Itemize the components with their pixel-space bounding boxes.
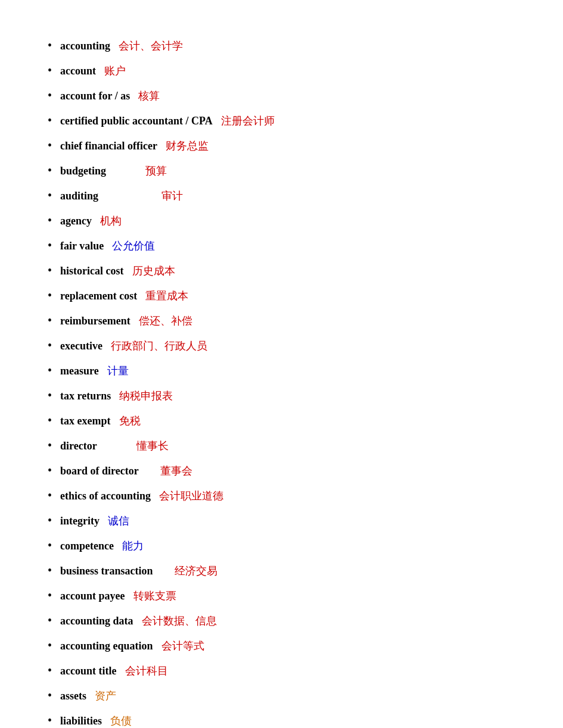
translation-label: 会计职业道德 <box>159 488 223 505</box>
term-label: measure <box>60 363 99 380</box>
term-label: business transaction <box>60 563 153 580</box>
list-item: fair value公允价值 <box>48 236 515 255</box>
list-item: historical cost历史成本 <box>48 261 515 280</box>
translation-label: 能力 <box>122 538 144 555</box>
list-item: account for / as核算 <box>48 86 515 105</box>
list-item: director懂事长 <box>48 436 515 455</box>
translation-label: 会计数据、信息 <box>142 613 217 630</box>
term-label: director <box>60 438 97 455</box>
translation-label: 审计 <box>161 188 183 205</box>
vocabulary-list: accounting会计、会计学account账户account for / a… <box>48 36 515 728</box>
list-item: agency机构 <box>48 211 515 230</box>
translation-label: 负债 <box>110 713 132 728</box>
term-label: integrity <box>60 513 99 530</box>
term-label: tax returns <box>60 388 111 405</box>
translation-label: 公允价值 <box>112 238 155 255</box>
list-item: chief financial officer财务总监 <box>48 136 515 155</box>
term-label: historical cost <box>60 263 123 280</box>
list-item: account payee转账支票 <box>48 586 515 605</box>
term-label: agency <box>60 213 92 230</box>
term-label: account for / as <box>60 88 130 105</box>
term-label: tax exempt <box>60 413 110 430</box>
translation-label: 注册会计师 <box>221 113 275 130</box>
translation-label: 会计科目 <box>125 663 168 680</box>
term-label: liabilities <box>60 713 102 728</box>
list-item: ethics of accounting会计职业道德 <box>48 486 515 505</box>
list-item: measure计量 <box>48 361 515 380</box>
term-label: executive <box>60 338 102 355</box>
translation-label: 诚信 <box>108 513 129 530</box>
term-label: ethics of accounting <box>60 488 151 505</box>
list-item: competence能力 <box>48 536 515 555</box>
translation-label: 重置成本 <box>145 288 188 305</box>
term-label: replacement cost <box>60 288 137 305</box>
term-label: certified public accountant / CPA <box>60 113 213 130</box>
list-item: board of director董事会 <box>48 461 515 480</box>
translation-label: 免税 <box>119 413 141 430</box>
translation-label: 会计等式 <box>161 638 204 655</box>
term-label: chief financial officer <box>60 138 157 155</box>
term-label: account payee <box>60 588 125 605</box>
translation-label: 偿还、补偿 <box>139 313 192 330</box>
translation-label: 机构 <box>100 213 122 230</box>
translation-label: 财务总监 <box>166 138 209 155</box>
list-item: reimbursement偿还、补偿 <box>48 311 515 330</box>
translation-label: 会计、会计学 <box>119 38 183 55</box>
translation-label: 资产 <box>95 688 116 705</box>
term-label: accounting data <box>60 613 133 630</box>
translation-label: 预算 <box>145 163 167 180</box>
translation-label: 懂事长 <box>136 438 169 455</box>
list-item: integrity诚信 <box>48 511 515 530</box>
translation-label: 核算 <box>138 88 160 105</box>
term-label: board of director <box>60 463 139 480</box>
list-item: liabilities负债 <box>48 711 515 728</box>
term-label: accounting equation <box>60 638 153 655</box>
translation-label: 行政部门、行政人员 <box>111 338 207 355</box>
term-label: budgeting <box>60 163 106 180</box>
list-item: budgeting预算 <box>48 161 515 180</box>
list-item: accounting会计、会计学 <box>48 36 515 55</box>
list-item: account账户 <box>48 61 515 80</box>
translation-label: 董事会 <box>160 463 192 480</box>
term-label: account title <box>60 663 116 680</box>
translation-label: 计量 <box>107 363 129 380</box>
term-label: competence <box>60 538 114 555</box>
list-item: executive行政部门、行政人员 <box>48 336 515 355</box>
translation-label: 历史成本 <box>132 263 175 280</box>
term-label: account <box>60 63 96 80</box>
list-item: assets资产 <box>48 686 515 705</box>
list-item: tax exempt免税 <box>48 411 515 430</box>
list-item: certified public accountant / CPA注册会计师 <box>48 111 515 130</box>
term-label: reimbursement <box>60 313 130 330</box>
list-item: account title会计科目 <box>48 661 515 680</box>
term-label: auditing <box>60 188 98 205</box>
translation-label: 经济交易 <box>175 563 217 580</box>
list-item: tax returns纳税申报表 <box>48 386 515 405</box>
list-item: auditing审计 <box>48 186 515 205</box>
list-item: replacement cost重置成本 <box>48 286 515 305</box>
list-item: accounting data会计数据、信息 <box>48 611 515 630</box>
translation-label: 纳税申报表 <box>119 388 173 405</box>
term-label: assets <box>60 688 86 705</box>
term-label: fair value <box>60 238 104 255</box>
list-item: accounting equation会计等式 <box>48 636 515 655</box>
list-item: business transaction经济交易 <box>48 561 515 580</box>
translation-label: 账户 <box>104 63 126 80</box>
translation-label: 转账支票 <box>133 588 176 605</box>
term-label: accounting <box>60 38 110 55</box>
